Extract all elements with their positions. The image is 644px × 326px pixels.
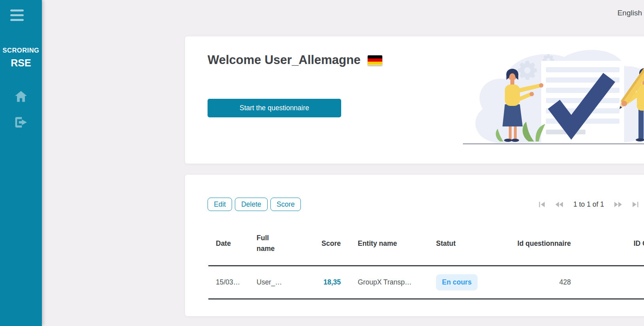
cell-entity-name: GroupX Transp… xyxy=(346,266,433,299)
welcome-illustration xyxy=(462,42,644,145)
welcome-title-text: Welcome User_Allemagne xyxy=(208,53,361,67)
cell-id-questionnaire: 428 xyxy=(510,266,576,299)
sidebar-nav xyxy=(0,91,42,128)
column-header-id-questionnaire: Id questionnaire xyxy=(510,222,576,266)
brand-title: SCRORING xyxy=(0,47,42,54)
column-header-entity-name: Entity name xyxy=(346,222,433,266)
previous-page-icon[interactable] xyxy=(555,202,563,207)
cell-full-name: User_… xyxy=(253,266,309,299)
cell-score: 18,35 xyxy=(309,266,346,299)
first-page-icon[interactable] xyxy=(539,202,545,207)
logout-button[interactable] xyxy=(15,117,27,128)
column-header-full-name: Full name xyxy=(253,222,309,266)
results-table: Date Full name Score Entity name Statut … xyxy=(208,222,644,300)
sidebar: SCRORING RSE xyxy=(0,0,42,326)
column-header-date: Date xyxy=(208,222,253,266)
hamburger-icon xyxy=(10,9,24,11)
last-page-icon[interactable] xyxy=(632,202,638,207)
score-button[interactable]: Score xyxy=(270,198,301,211)
app-root: SCRORING RSE English Welcome User_Allema… xyxy=(0,0,644,326)
delete-button[interactable]: Delete xyxy=(235,198,268,211)
table-toolbar: Edit Delete Score xyxy=(208,198,644,211)
pagination: 1 to 1 of 1 xyxy=(539,200,638,209)
table-row[interactable]: 15/03… User_… 18,35 GroupX Transp… En co… xyxy=(208,266,644,299)
home-button[interactable] xyxy=(15,91,27,102)
column-header-id-odd: ID ODD xyxy=(576,222,644,266)
brand-subtitle: RSE xyxy=(0,57,42,69)
table-header-row: Date Full name Score Entity name Statut … xyxy=(208,222,644,266)
menu-button[interactable] xyxy=(10,9,24,24)
cell-id-odd: 6 xyxy=(576,266,644,299)
start-questionnaire-button[interactable]: Start the questionnaire xyxy=(208,99,341,117)
row-actions: Edit Delete Score xyxy=(208,198,301,211)
germany-flag-icon xyxy=(368,55,382,65)
gear-icon xyxy=(518,61,537,80)
column-header-statut: Statut xyxy=(433,222,510,266)
page-title: Welcome User_Allemagne xyxy=(208,53,382,67)
pagination-status: 1 to 1 of 1 xyxy=(573,200,604,209)
status-badge: En cours xyxy=(436,274,478,290)
cell-date: 15/03… xyxy=(208,266,253,299)
language-selector[interactable]: English xyxy=(618,9,642,17)
home-icon xyxy=(15,91,27,102)
column-header-score: Score xyxy=(309,222,346,266)
welcome-card: Welcome User_Allemagne Start the questio… xyxy=(185,36,644,164)
brand: SCRORING RSE xyxy=(0,47,42,69)
results-card: Edit Delete Score xyxy=(185,175,644,316)
main-content: English Welcome User_Allemagne Start the… xyxy=(42,0,644,326)
cell-statut: En cours xyxy=(433,266,510,299)
logout-icon xyxy=(15,117,27,128)
next-page-icon[interactable] xyxy=(614,202,622,207)
edit-button[interactable]: Edit xyxy=(208,198,232,211)
